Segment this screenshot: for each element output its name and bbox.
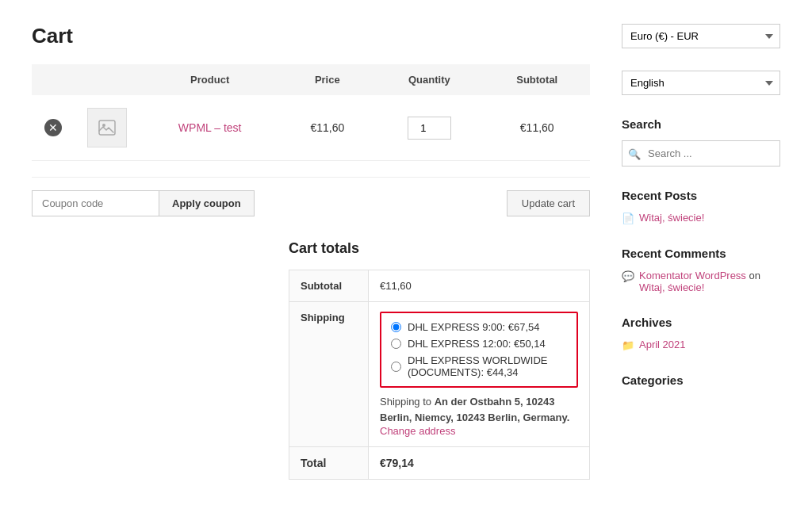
col-header-remove: [32, 64, 75, 95]
total-value: €79,14: [369, 447, 590, 480]
shipping-row: Shipping DHL EXPRESS 9:00: €67,54 DHL EX…: [289, 302, 590, 447]
cart-totals: Cart totals Subtotal €11,60 Shipping: [289, 240, 590, 480]
change-address-link[interactable]: Change address: [380, 425, 455, 437]
recent-comments-heading: Recent Comments: [622, 247, 780, 260]
subtotal-label: Subtotal: [289, 270, 369, 302]
product-image-cell: [75, 95, 140, 161]
cart-table: Product Price Quantity Subtotal ✕: [32, 64, 590, 161]
shipping-radio-1[interactable]: [391, 322, 401, 332]
archives-widget: Archives 📁 April 2021: [622, 316, 780, 351]
apply-coupon-button[interactable]: Apply coupon: [159, 190, 255, 216]
subtotal-row: Subtotal €11,60: [289, 270, 590, 302]
product-name-cell: WPML – test: [140, 95, 280, 161]
recent-posts-list: 📄 Witaj, świecie!: [622, 212, 780, 224]
recent-comments-list: 💬 Komentator WordPress on Witaj, świecie…: [622, 270, 780, 293]
totals-table: Subtotal €11,60 Shipping DHL EXPRESS 9:0…: [289, 270, 590, 480]
table-row: ✕ WPML – test: [32, 95, 590, 161]
shipping-option-3: DHL EXPRESS WORLDWIDE (DOCUMENTS): €44,3…: [391, 354, 567, 378]
coupon-section: Apply coupon: [32, 190, 255, 216]
shipping-to-text: Shipping to An der Ostbahn 5, 10243 Berl…: [380, 396, 569, 423]
cart-actions: Apply coupon Update cart: [32, 177, 590, 216]
product-link[interactable]: WPML – test: [178, 121, 242, 134]
list-item: 📄 Witaj, świecie!: [622, 212, 780, 224]
total-row: Total €79,14: [289, 447, 590, 480]
shipping-label-1[interactable]: DHL EXPRESS 9:00: €67,54: [408, 321, 539, 333]
sidebar: Euro (€) - EUR English Search 🔍 Recent P…: [622, 24, 780, 480]
currency-select[interactable]: Euro (€) - EUR: [622, 24, 780, 48]
archive-link[interactable]: April 2021: [639, 339, 686, 350]
product-quantity-cell: [374, 95, 484, 161]
shipping-radio-3[interactable]: [391, 362, 401, 372]
col-header-image: [75, 64, 140, 95]
archives-heading: Archives: [622, 316, 780, 329]
search-widget: Search 🔍: [622, 117, 780, 167]
language-select[interactable]: English: [622, 71, 780, 95]
update-cart-button[interactable]: Update cart: [507, 190, 590, 216]
page-title: Cart: [32, 24, 590, 48]
shipping-label: Shipping: [289, 302, 369, 447]
col-header-price: Price: [280, 64, 374, 95]
product-subtotal-cell: €11,60: [484, 95, 590, 161]
recent-post-link[interactable]: Witaj, świecie!: [639, 212, 704, 224]
comment-text: Komentator WordPress on Witaj, świecie!: [639, 270, 780, 293]
comment-post-link[interactable]: Witaj, świecie!: [639, 281, 704, 293]
total-label: Total: [289, 447, 369, 480]
remove-button[interactable]: ✕: [44, 119, 62, 136]
remove-cell: ✕: [32, 95, 75, 161]
list-item: 💬 Komentator WordPress on Witaj, świecie…: [622, 270, 780, 293]
main-content: Cart Product Price Quantity Subtotal ✕: [32, 24, 590, 480]
coupon-input[interactable]: [32, 190, 159, 216]
categories-widget: Categories: [622, 373, 780, 387]
product-image: [87, 108, 127, 147]
search-input-wrapper: 🔍: [622, 140, 780, 167]
recent-posts-heading: Recent Posts: [622, 189, 780, 202]
archives-list: 📁 April 2021: [622, 339, 780, 351]
list-item: 📁 April 2021: [622, 339, 780, 351]
currency-widget: Euro (€) - EUR: [622, 24, 780, 48]
shipping-label-2[interactable]: DHL EXPRESS 12:00: €50,14: [408, 338, 546, 350]
product-price-cell: €11,60: [280, 95, 374, 161]
col-header-subtotal: Subtotal: [484, 64, 590, 95]
shipping-address: Shipping to An der Ostbahn 5, 10243 Berl…: [380, 394, 578, 425]
comment-author-link[interactable]: Komentator WordPress: [639, 270, 746, 281]
categories-heading: Categories: [622, 373, 780, 387]
search-heading: Search: [622, 117, 780, 131]
subtotal-value: €11,60: [369, 270, 590, 302]
recent-posts-widget: Recent Posts 📄 Witaj, świecie!: [622, 189, 780, 224]
shipping-radio-2[interactable]: [391, 339, 401, 349]
recent-comments-widget: Recent Comments 💬 Komentator WordPress o…: [622, 247, 780, 293]
cart-totals-title: Cart totals: [289, 240, 590, 257]
folder-icon: 📄: [622, 212, 634, 224]
shipping-label-3[interactable]: DHL EXPRESS WORLDWIDE (DOCUMENTS): €44,3…: [408, 354, 567, 378]
comment-icon: 💬: [622, 270, 634, 282]
shipping-option-1: DHL EXPRESS 9:00: €67,54: [391, 321, 567, 333]
shipping-box: DHL EXPRESS 9:00: €67,54 DHL EXPRESS 12:…: [380, 312, 578, 388]
search-icon: 🔍: [628, 147, 641, 159]
col-header-quantity: Quantity: [374, 64, 484, 95]
shipping-option-2: DHL EXPRESS 12:00: €50,14: [391, 338, 567, 350]
search-input[interactable]: [622, 140, 780, 167]
shipping-options-cell: DHL EXPRESS 9:00: €67,54 DHL EXPRESS 12:…: [369, 302, 590, 447]
archive-icon: 📁: [622, 339, 634, 351]
language-widget: English: [622, 71, 780, 95]
col-header-product: Product: [140, 64, 280, 95]
quantity-input[interactable]: [408, 117, 451, 140]
